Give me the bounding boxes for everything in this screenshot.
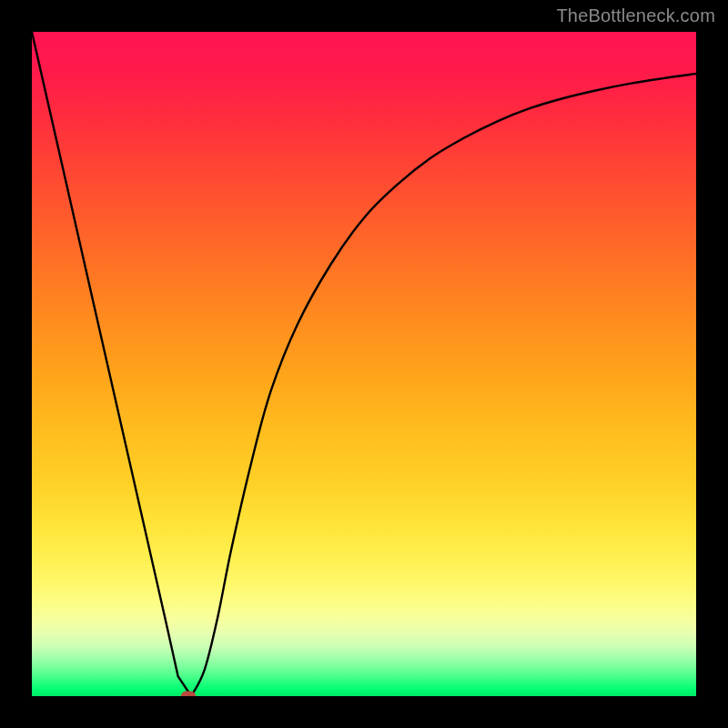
bottleneck-curve — [32, 32, 696, 696]
chart-frame: TheBottleneck.com — [0, 0, 728, 728]
optimal-point-marker — [181, 692, 196, 697]
attribution-text: TheBottleneck.com — [556, 5, 715, 26]
plot-area — [32, 32, 696, 696]
